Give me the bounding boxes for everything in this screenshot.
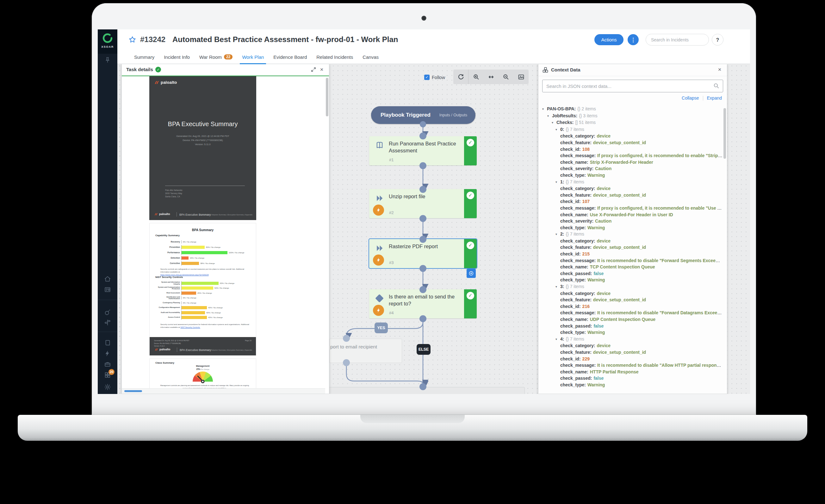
more-options-button[interactable]: ⋮ [627, 34, 639, 45]
sidebar-item-bolt-icon[interactable] [104, 350, 111, 357]
task-node-1[interactable]: Run Panorama Best Practice Assessment#1✓ [369, 136, 477, 165]
tree-row-branch[interactable]: ▾JobResults:{} 3 items [542, 112, 723, 119]
sidebar-item-grid-icon[interactable]: 20 [104, 371, 111, 379]
tree-row-field: check_feature:device_setup_content_id [542, 297, 723, 303]
tree-row-item[interactable]: ▾3:{} 7 items [542, 283, 723, 290]
zoom-in-icon[interactable] [468, 70, 483, 84]
chevron-down-icon[interactable]: ▾ [547, 113, 552, 119]
json-value: device [597, 291, 611, 296]
json-key: check_category: [560, 186, 595, 191]
json-value: device [597, 186, 611, 191]
screenshot-icon[interactable] [514, 70, 529, 84]
sidebar-item-briefcase-icon[interactable] [104, 361, 111, 368]
task-node-4[interactable]: Is there an email to send the report to?… [369, 289, 477, 318]
tree-row-root[interactable]: ▾PAN-OS-BPA:{} 2 items [542, 106, 723, 112]
json-key: check_category: [560, 343, 595, 348]
pdf-preview[interactable]: paloalto BPA Executive Summary Generated… [122, 76, 325, 389]
tab-related-incidents[interactable]: Related Incidents [312, 50, 358, 64]
follow-toggle[interactable]: ✓ Follow [424, 75, 445, 80]
json-context-tree[interactable]: ▾PAN-OS-BPA:{} 2 items▾JobResults:{} 3 i… [542, 106, 723, 392]
fit-width-icon[interactable] [484, 70, 499, 84]
task-node-3[interactable]: Rasterize PDF report#3✓ [369, 239, 477, 268]
chevron-down-icon[interactable]: ▾ [555, 179, 560, 186]
tree-row-field: check_category:device [542, 238, 723, 244]
sidebar-item-dashboard-icon[interactable] [104, 286, 111, 293]
workplan-canvas[interactable]: ✓ Follow [118, 64, 750, 394]
chart-row: Risk Assessment25% / No change [155, 290, 253, 296]
tab-war-room[interactable]: War Room22 [195, 50, 237, 64]
json-key: check_type: [560, 173, 586, 178]
task-node-2[interactable]: Unzip report file#2✓ [369, 189, 477, 218]
json-key: check_id: [560, 199, 581, 204]
json-key: check_feature: [560, 192, 592, 197]
chart-category-label: Performance [155, 251, 181, 254]
tab-work-plan[interactable]: Work Plan [237, 50, 269, 64]
json-key: check_name: [560, 317, 588, 322]
tree-row-item[interactable]: ▾0:{} 7 items [542, 126, 723, 133]
playbook-start-node[interactable]: Playbook Triggered Inputs / Outputs [371, 106, 475, 124]
tab-canvas[interactable]: Canvas [358, 50, 383, 64]
json-key: check_type: [560, 382, 586, 387]
zoom-out-icon[interactable] [499, 70, 513, 84]
next-task-node-partial[interactable] [319, 387, 525, 394]
expand-icon[interactable] [311, 67, 316, 72]
tab-label: Summary [134, 55, 154, 60]
chevron-down-icon[interactable]: ▾ [555, 283, 560, 290]
close-icon[interactable]: × [716, 66, 723, 73]
help-button[interactable]: ? [712, 34, 724, 46]
tree-row-branch[interactable]: ▾Checks:[] 51 items [542, 119, 723, 126]
xsoar-logo[interactable]: XSOAR [98, 29, 118, 54]
chevron-down-icon[interactable]: ▾ [552, 119, 556, 126]
context-search-input[interactable] [542, 80, 723, 92]
chart-value-label: 40% / No change [206, 312, 221, 314]
json-key: check_category: [560, 238, 595, 243]
sidebar-item-bomb-icon[interactable] [104, 309, 111, 316]
pdf-page-2: BPA Summary Capability Summary Recovery0… [149, 223, 256, 356]
json-key: JobResults: [552, 113, 577, 118]
inputs-outputs-link[interactable]: Inputs / Outputs [439, 113, 467, 117]
send-report-task-node[interactable]: port to email recipient [329, 339, 402, 363]
actions-button[interactable]: Actions [594, 34, 623, 45]
sidebar-item-pin-icon[interactable] [104, 57, 111, 64]
chart-row: Prevention50% / No change [155, 244, 253, 250]
horizontal-scrollbar-thumb[interactable] [124, 390, 142, 392]
caption-link[interactable]: NIST Security Controls. [180, 326, 200, 328]
chart-bar-area: 0% / No change [181, 240, 253, 243]
json-meta: {} 7 items [566, 336, 584, 341]
tree-row-field: check_feature:device_setup_content_id [542, 140, 723, 146]
close-icon[interactable]: × [318, 66, 325, 73]
add-task-button[interactable] [467, 269, 476, 278]
chevron-down-icon[interactable]: ▾ [542, 106, 547, 112]
collapse-link[interactable]: Collapse [682, 95, 699, 100]
chevron-down-icon[interactable]: ▾ [555, 336, 560, 343]
tree-row-field: check_category:device [542, 290, 723, 297]
follow-checkbox[interactable]: ✓ [424, 75, 430, 80]
sidebar-item-home-icon[interactable] [104, 275, 111, 282]
tab-evidence-board[interactable]: Evidence Board [269, 50, 312, 64]
pdf-footer: paloalto BPA Executive Summary BPA Summa… [149, 210, 256, 220]
search-input[interactable] [646, 34, 709, 46]
context-data-title: Context Data [551, 67, 581, 72]
sidebar-item-gear-icon[interactable] [104, 384, 111, 391]
chart-bar-area: 54% / No change [181, 286, 253, 290]
expand-link[interactable]: Expand [707, 95, 722, 100]
horizontal-scrollbar-track[interactable] [122, 388, 325, 394]
chevron-down-icon[interactable]: ▾ [555, 127, 560, 133]
json-value: false [593, 375, 604, 381]
favorite-star-icon[interactable] [129, 36, 136, 44]
tree-row-item[interactable]: ▾2:{} 7 items [542, 231, 723, 238]
tree-row-item[interactable]: ▾1:{} 7 items [542, 179, 723, 186]
chevron-down-icon[interactable]: ▾ [555, 231, 560, 238]
sidebar-item-signpost-icon[interactable] [104, 319, 111, 326]
tree-row-item[interactable]: ▾4:{} 7 items [542, 336, 723, 343]
tab-incident-info[interactable]: Incident Info [159, 50, 195, 64]
tab-summary[interactable]: Summary [129, 50, 159, 64]
brand-name: paloalto [161, 80, 177, 85]
refresh-icon[interactable] [453, 70, 468, 84]
task-status-bar: ✓ [464, 289, 477, 318]
tree-row-field: check_passed:false [542, 375, 723, 382]
chart-category-label: Configuration Management [155, 307, 181, 309]
vertical-scrollbar[interactable] [724, 108, 726, 159]
vertical-scrollbar[interactable] [326, 78, 328, 116]
sidebar-item-book-icon[interactable] [104, 339, 111, 346]
